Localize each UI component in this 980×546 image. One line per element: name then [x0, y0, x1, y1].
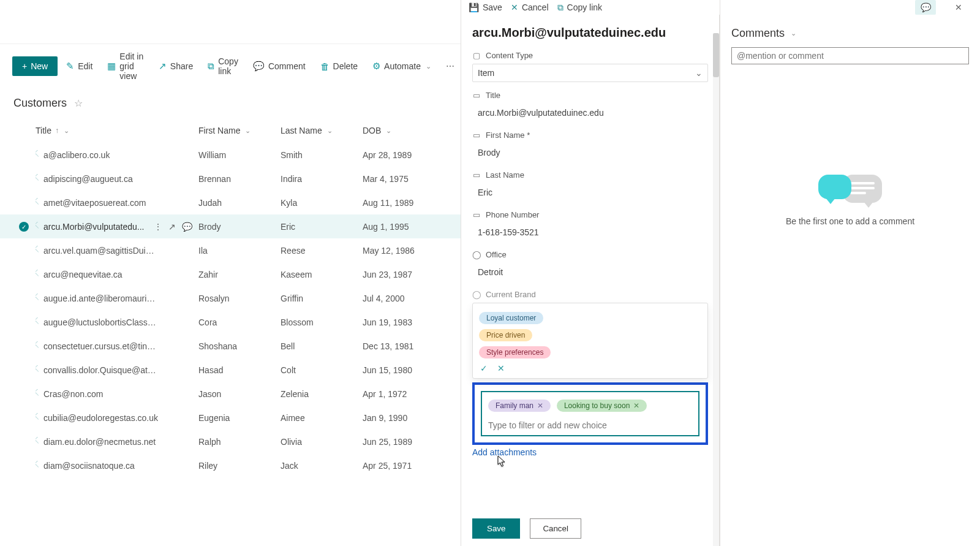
tag-looking-to-buy[interactable]: Looking to buy soon✕: [557, 400, 647, 412]
tags-input[interactable]: Family man✕ Looking to buy soon✕: [481, 391, 699, 436]
row-last-name: Olivia: [281, 437, 363, 447]
row-select[interactable]: ✓: [12, 222, 36, 232]
scrollbar-track[interactable]: [713, 33, 719, 546]
row-title[interactable]: adipiscing@augueut.ca: [36, 174, 133, 184]
add-attachments-link[interactable]: Add attachments: [472, 447, 708, 457]
row-title[interactable]: convallis.dolor.Quisque@at.co.uk: [36, 365, 158, 375]
table-row[interactable]: consectetuer.cursus.et@tinciduntDonec.co…: [0, 334, 461, 358]
table-row[interactable]: augue.id.ante@liberomaurisaliquam.co.ukR…: [0, 286, 461, 310]
row-title[interactable]: diam@sociisnatoque.ca: [36, 461, 135, 471]
row-last-name: Jack: [281, 461, 363, 471]
col-header-first[interactable]: First Name⌄: [198, 126, 251, 135]
more-button[interactable]: ⋯: [440, 58, 461, 75]
table-row[interactable]: adipiscing@augueut.caBrennanIndiraMar 4,…: [0, 167, 461, 191]
edit-grid-button[interactable]: ▦Edit in grid view: [101, 48, 150, 85]
row-title[interactable]: a@aclibero.co.uk: [36, 150, 110, 160]
phone-input[interactable]: 1-618-159-3521: [472, 223, 708, 241]
choice-option-loyal[interactable]: Loyal customer: [479, 312, 543, 324]
remove-tag-icon[interactable]: ✕: [633, 401, 639, 410]
comment-icon[interactable]: 💬: [182, 222, 192, 232]
table-row[interactable]: ✓arcu.Morbi@vulputatedu...⋮↗💬BrodyEricAu…: [0, 214, 461, 238]
automate-button[interactable]: ⚙Automate⌄: [366, 57, 437, 75]
share-icon[interactable]: ↗: [168, 222, 176, 232]
trash-icon: 🗑: [320, 61, 330, 72]
table-row[interactable]: arcu.vel.quam@sagittisDuisgravida.comIla…: [0, 238, 461, 262]
row-title[interactable]: amet@vitaeposuereat.com: [36, 198, 146, 208]
confirm-icon[interactable]: ✓: [480, 363, 488, 373]
detail-save-button[interactable]: 💾Save: [469, 2, 502, 12]
row-title[interactable]: augue@luctuslobortisClass.co.uk: [36, 317, 158, 327]
table-row[interactable]: convallis.dolor.Quisque@at.co.ukHasadCol…: [0, 358, 461, 382]
row-title[interactable]: arcu.vel.quam@sagittisDuisgravida.com: [36, 246, 158, 256]
table-row[interactable]: Cras@non.comJasonZeleniaApr 1, 1972: [0, 382, 461, 406]
col-header-title[interactable]: Title↑⌄: [36, 126, 69, 135]
row-first-name: William: [198, 150, 281, 160]
row-title[interactable]: diam.eu.dolor@necmetus.net: [36, 437, 156, 447]
row-last-name: Griffin: [281, 294, 363, 303]
detail-copylink-button[interactable]: ⧉Copy link: [557, 2, 603, 13]
choice-option-price[interactable]: Price driven: [479, 329, 532, 341]
row-title[interactable]: arcu.Morbi@vulputatedu...: [36, 222, 144, 232]
row-first-name: Judah: [198, 198, 281, 208]
comments-header[interactable]: Comments ⌄: [731, 27, 969, 40]
favorite-icon[interactable]: ☆: [74, 97, 83, 109]
field-phone: ▭Phone Number 1-618-159-3521: [472, 210, 708, 241]
form-save-button[interactable]: Save: [472, 518, 520, 539]
copy-link-button[interactable]: ⧉Copy link: [202, 53, 244, 80]
content-type-select[interactable]: Item⌄: [472, 64, 708, 82]
dismiss-icon[interactable]: ✕: [497, 363, 505, 373]
grid-icon: ▦: [107, 61, 116, 72]
choice-dropdown[interactable]: Loyal customer Price driven Style prefer…: [472, 303, 708, 379]
row-last-name: Aimee: [281, 413, 363, 423]
edit-button[interactable]: ✎Edit: [60, 57, 99, 75]
comments-toolbar: 💬 ✕: [731, 0, 969, 15]
row-dob: Mar 4, 1975: [363, 174, 448, 184]
close-pane-button[interactable]: ✕: [948, 0, 969, 15]
tag-looking-label: Looking to buy soon: [564, 401, 630, 410]
detail-form: arcu.Morbi@vulputateduinec.edu ▢Content …: [461, 15, 720, 546]
last-name-input[interactable]: Eric: [472, 183, 708, 202]
col-header-dob[interactable]: DOB⌄: [363, 126, 391, 135]
comment-input[interactable]: [731, 47, 969, 64]
table-body: a@aclibero.co.ukWilliamSmithApr 28, 1989…: [0, 143, 461, 477]
col-header-dob-label: DOB: [363, 126, 381, 135]
col-header-last[interactable]: Last Name⌄: [281, 126, 333, 135]
row-first-name: Jason: [198, 389, 281, 399]
cursor-icon: [497, 455, 506, 468]
remove-tag-icon[interactable]: ✕: [537, 401, 543, 410]
edit-grid-label: Edit in grid view: [119, 51, 144, 81]
choice-option-style[interactable]: Style preferences: [479, 346, 551, 358]
detail-cancel-button[interactable]: ✕Cancel: [511, 2, 549, 12]
comment-button[interactable]: 💬Comment: [247, 57, 312, 75]
first-name-input[interactable]: Brody: [472, 143, 708, 162]
form-cancel-button[interactable]: Cancel: [530, 518, 581, 539]
table-row[interactable]: a@aclibero.co.ukWilliamSmithApr 28, 1989: [0, 143, 461, 167]
table-row[interactable]: cubilia@eudoloregestas.co.ukEugeniaAimee…: [0, 406, 461, 430]
delete-button[interactable]: 🗑Delete: [314, 58, 364, 75]
table-row[interactable]: amet@vitaeposuereat.comJudahKylaAug 11, …: [0, 191, 461, 214]
table-row[interactable]: augue@luctuslobortisClass.co.ukCoraBloss…: [0, 310, 461, 334]
more-icon[interactable]: ⋮: [154, 222, 162, 232]
comments-empty-state: Be the first one to add a comment: [731, 175, 969, 226]
scrollbar-thumb[interactable]: [713, 33, 719, 77]
tag-family-man[interactable]: Family man✕: [488, 400, 551, 412]
row-title[interactable]: arcu@nequevitae.ca: [36, 270, 123, 279]
row-last-name: Eric: [281, 222, 363, 232]
row-title[interactable]: augue.id.ante@liberomaurisaliquam.co.uk: [36, 294, 158, 303]
table-row[interactable]: arcu@nequevitae.caZahirKaseemJun 23, 198…: [0, 262, 461, 286]
chevron-down-icon: ⌄: [695, 68, 703, 78]
row-dob: May 12, 1986: [363, 246, 448, 256]
row-title[interactable]: cubilia@eudoloregestas.co.uk: [36, 413, 158, 423]
field-title: ▭Title arcu.Morbi@vulputateduinec.edu: [472, 91, 708, 122]
table-row[interactable]: diam.eu.dolor@necmetus.netRalphOliviaJun…: [0, 430, 461, 453]
share-button[interactable]: ↗Share: [153, 57, 199, 75]
table-row[interactable]: diam@sociisnatoque.caRileyJackApr 25, 19…: [0, 453, 461, 477]
title-input[interactable]: arcu.Morbi@vulputateduinec.edu: [472, 104, 708, 122]
comments-toggle-button[interactable]: 💬: [915, 0, 936, 15]
row-title[interactable]: consectetuer.cursus.et@tinciduntDonec.co…: [36, 341, 158, 351]
row-first-name: Ila: [198, 246, 281, 256]
choice-filter-input[interactable]: [488, 420, 692, 430]
row-title[interactable]: Cras@non.com: [36, 389, 103, 399]
office-input[interactable]: Detroit: [472, 263, 708, 281]
new-button[interactable]: + New: [12, 56, 58, 76]
